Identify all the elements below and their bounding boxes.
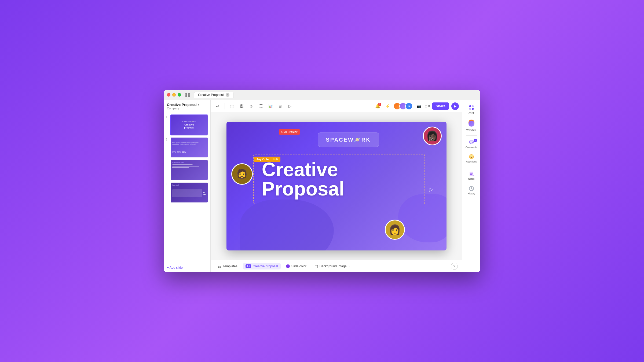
maximize-button[interactable] — [178, 93, 181, 97]
notes-icon — [469, 171, 474, 176]
editor-area: ↩ ⬚ 🖼 ☺ 💬 📊 — [211, 100, 462, 272]
chart-tool-button[interactable]: 📊 — [267, 102, 274, 110]
background-image-label: Background Image — [320, 264, 347, 268]
heading-line2: Proposal — [262, 178, 345, 200]
panel-item-design[interactable]: Design — [464, 103, 479, 116]
person-face: 👩 — [386, 220, 404, 239]
avatar-joy-cole: 🧔 — [231, 163, 253, 185]
grid-icon: ⊞ — [279, 104, 282, 108]
svg-point-10 — [472, 156, 472, 157]
comments-label: Comments — [466, 146, 477, 149]
slide-color-button[interactable]: Slide color — [283, 263, 309, 269]
flash-icon: ⚡ — [385, 104, 390, 108]
emoji-tool-button[interactable]: ☺ — [247, 102, 255, 110]
slide-thumbnail[interactable]: Back up your argument with supporting da… — [170, 137, 208, 158]
media-tool-button[interactable]: ▷ — [286, 102, 294, 110]
slide-thumbnail[interactable]: Campaign plan — [170, 160, 208, 180]
minimize-button[interactable] — [172, 93, 176, 97]
help-button[interactable]: ? — [451, 263, 458, 270]
page-count: ⊡ 8 — [425, 104, 430, 108]
svg-rect-3 — [472, 108, 474, 110]
slide-preview: Campaign plan — [171, 160, 208, 180]
panel-item-workflow[interactable]: Workflow — [464, 117, 479, 134]
frame-tool-button[interactable]: ⬚ — [228, 102, 236, 110]
creative-proposal-label: Creative proposal — [253, 264, 278, 268]
traffic-lights — [167, 93, 181, 97]
slide-number: 2 — [166, 137, 169, 141]
main-content: Creative Proposal ▾ Company 1 SPACEW🪐RK … — [164, 100, 480, 272]
share-button[interactable]: Share — [432, 102, 449, 110]
thumb-bar — [172, 164, 193, 165]
history-label: History — [467, 192, 475, 195]
slide-thumbnail[interactable]: Case study 2K 14K — [170, 182, 208, 203]
panel-item-notes[interactable]: Notes — [464, 169, 479, 183]
slide-thumbnail[interactable]: SPACEW🪐RK Creativeproposal — [170, 114, 208, 135]
flash-button[interactable]: ⚡ — [384, 102, 391, 110]
slide-item[interactable]: 1 SPACEW🪐RK Creativeproposal — [166, 114, 208, 135]
tab-grid-icon[interactable] — [185, 93, 190, 97]
camera-button[interactable]: 📷 — [415, 102, 422, 110]
thumb-stats: 2K 14K — [203, 191, 206, 195]
add-slide-button[interactable]: + Add slide — [164, 263, 210, 272]
sidebar: Creative Proposal ▾ Company 1 SPACEW🪐RK … — [164, 100, 211, 272]
avatar-user: 👩 — [385, 220, 405, 240]
grid-tool-button[interactable]: ⊞ — [276, 102, 284, 110]
notes-label: Notes — [468, 178, 475, 180]
svg-rect-4 — [469, 141, 474, 143]
creative-heading: Creative Proposal — [262, 160, 416, 198]
notifications-button[interactable]: 🔔 1 — [374, 102, 382, 110]
toolbar-right: 🔔 1 ⚡ +4 — [374, 102, 459, 110]
background-image-button[interactable]: ◫ Background Image › — [312, 263, 352, 270]
presentation-menu[interactable]: Creative Proposal ▾ — [167, 103, 207, 107]
slides-list: 1 SPACEW🪐RK Creativeproposal 2 Back up y… — [164, 112, 210, 263]
heading-line1: Creative — [262, 159, 338, 180]
spacework-logo-box[interactable]: SPACEW🪐RK — [318, 132, 379, 147]
comment-tool-button[interactable]: 💬 — [257, 102, 265, 110]
app-window: Creative Proposal ✕ Creative Proposal ▾ … — [164, 90, 480, 272]
thumb-bar — [172, 167, 189, 168]
cici-label-text: Cici Frasier — [281, 130, 298, 134]
person-face: 🧔 — [232, 164, 252, 184]
slide-number: 3 — [166, 160, 169, 164]
image-tool-button[interactable]: 🖼 — [238, 102, 245, 110]
slide-item[interactable]: 4 Case study 2K 14K — [166, 182, 208, 203]
sidebar-header: Creative Proposal ▾ Company — [164, 100, 210, 112]
slide-item[interactable]: 2 Back up your argument with supporting … — [166, 137, 208, 158]
chevron-down-icon: ▾ — [198, 103, 199, 106]
slide-preview: SPACEW🪐RK Creativeproposal — [171, 115, 208, 135]
svg-point-8 — [469, 154, 474, 159]
active-tab[interactable]: Creative Proposal ✕ — [194, 92, 233, 98]
sidebar-subtitle: Company — [167, 107, 207, 110]
purple-circle — [469, 121, 474, 127]
history-icon — [469, 186, 474, 191]
thumb-content: 2K 14K — [172, 186, 206, 201]
page-count-label: 8 — [428, 104, 430, 108]
svg-marker-5 — [470, 143, 471, 145]
templates-button[interactable]: ⚏ Templates — [215, 263, 240, 270]
canvas-area[interactable]: Cici Frasier SPACEW🪐RK Joy Cole — [211, 112, 462, 260]
tab-close-button[interactable]: ✕ — [226, 93, 229, 97]
close-button[interactable] — [167, 93, 170, 97]
avatar-count-label: +4 — [408, 105, 410, 108]
stat-1: 97% — [172, 151, 176, 153]
panel-item-reactions[interactable]: Reactions — [464, 152, 479, 165]
creative-proposal-button[interactable]: A+ Creative proposal — [243, 263, 281, 269]
undo-button[interactable]: ↩ — [214, 102, 221, 110]
panel-item-comments[interactable]: Comments 2 — [464, 137, 479, 151]
title-bar: Creative Proposal ✕ — [164, 90, 480, 100]
thumb-text: Creativeproposal — [184, 123, 194, 129]
play-button[interactable]: ▶ — [451, 102, 459, 110]
slide-color-label: Slide color — [291, 264, 306, 268]
slide-item[interactable]: 3 Campaign plan — [166, 160, 208, 180]
blob-decoration — [240, 200, 334, 250]
notification-badge: 1 — [378, 103, 381, 106]
toolbar: ↩ ⬚ 🖼 ☺ 💬 📊 — [211, 100, 462, 112]
slide-canvas: Cici Frasier SPACEW🪐RK Joy Cole — [226, 122, 447, 250]
comments-icon — [469, 139, 474, 145]
stat: 14K — [203, 194, 206, 195]
play-icon: ▶ — [454, 104, 456, 108]
panel-item-history[interactable]: History — [464, 184, 479, 197]
background-icon: ◫ — [314, 264, 318, 268]
creative-text-box[interactable]: Creative Proposal — [253, 154, 425, 204]
sidebar-title: Creative Proposal — [167, 103, 197, 107]
